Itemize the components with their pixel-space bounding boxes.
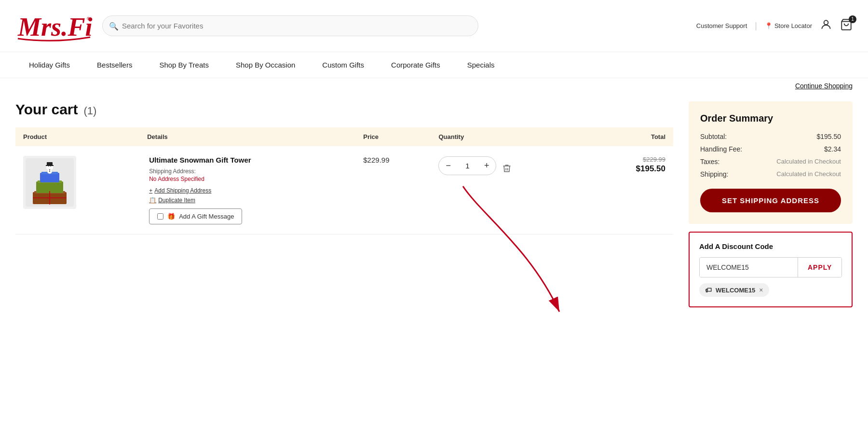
discount-title: Add A Discount Code [699, 242, 842, 250]
taxes-row: Taxes: Calculated in Checkout [700, 158, 841, 166]
quantity-control: − 1 + [438, 156, 496, 175]
location-icon: 📍 [765, 22, 773, 29]
taxes-value: Calculated in Checkout [776, 158, 841, 166]
plus-icon: + [149, 187, 152, 194]
set-shipping-address-button[interactable]: SET SHIPPING ADDRESS [700, 189, 841, 212]
search-bar[interactable]: 🔍 [102, 15, 478, 36]
original-price: $229.99 [599, 156, 665, 163]
main-content: Your cart (1) Product Details Price Quan… [0, 90, 868, 319]
applied-code-tag: 🏷 WELCOME15 × [699, 283, 769, 297]
item-price: $229.99 [363, 156, 389, 164]
svg-point-2 [824, 20, 828, 25]
quantity-increase-button[interactable]: + [477, 157, 496, 175]
cart-count: (1) [83, 105, 96, 117]
handling-value: $2.34 [824, 145, 841, 153]
svg-point-16 [50, 166, 51, 166]
handling-label: Handling Fee: [700, 145, 742, 153]
store-locator-link[interactable]: 📍 Store Locator [765, 22, 812, 29]
svg-text:®: ® [87, 16, 90, 21]
svg-point-17 [49, 169, 50, 170]
header-divider: | [755, 21, 757, 31]
summary-box: Order Summary Subtotal: $195.50 Handling… [689, 101, 853, 224]
col-quantity: Quantity [431, 127, 591, 146]
user-account-icon[interactable] [820, 18, 832, 34]
nav-item-holiday-gifts[interactable]: Holiday Gifts [15, 52, 83, 78]
order-summary: Order Summary Subtotal: $195.50 Handling… [689, 101, 853, 307]
col-product: Product [15, 127, 139, 146]
handling-row: Handling Fee: $2.34 [700, 145, 841, 153]
subtotal-value: $195.50 [816, 133, 841, 140]
quantity-decrease-button[interactable]: − [439, 157, 458, 175]
shipping-row: Shipping: Calculated in Checkout [700, 170, 841, 178]
nav-item-custom-gifts[interactable]: Custom Gifts [309, 52, 378, 78]
cart-icon[interactable]: 1 [840, 18, 853, 34]
quantity-cell: − 1 + [431, 146, 591, 235]
quantity-value: 1 [458, 162, 477, 170]
total-cell: $229.99 $195.50 [592, 146, 673, 235]
cart-title: Your cart [15, 101, 78, 117]
remove-discount-button[interactable]: × [759, 286, 763, 294]
subtotal-row: Subtotal: $195.50 [700, 133, 841, 140]
duplicate-icon: 📋 [149, 197, 156, 204]
shipping-label: Shipping Address: [149, 168, 348, 175]
product-image [23, 156, 76, 209]
nav-item-specials[interactable]: Specials [454, 52, 508, 78]
product-details-cell: Ultimate Snowman Gift Tower Shipping Add… [139, 146, 355, 235]
delete-item-button[interactable] [502, 156, 512, 176]
customer-support-link[interactable]: Customer Support [696, 22, 747, 29]
nav-item-shop-by-treats[interactable]: Shop By Treats [146, 52, 222, 78]
search-icon: 🔍 [109, 21, 119, 30]
nav-item-corporate-gifts[interactable]: Corporate Gifts [378, 52, 454, 78]
order-summary-title: Order Summary [700, 113, 841, 124]
nav-item-bestsellers[interactable]: Bestsellers [83, 52, 146, 78]
svg-rect-13 [47, 162, 53, 166]
main-nav: Holiday Gifts Bestsellers Shop By Treats… [0, 52, 868, 78]
col-total: Total [592, 127, 673, 146]
shipping-value: Calculated in Checkout [776, 170, 841, 178]
svg-text:Mrs.Fields: Mrs.Fields [17, 13, 93, 41]
gift-message-checkbox[interactable] [157, 213, 163, 220]
nav-item-shop-by-occasion[interactable]: Shop By Occasion [222, 52, 309, 78]
shipping-label: Shipping: [700, 170, 728, 178]
applied-code-text: WELCOME15 [716, 287, 755, 294]
product-name: Ultimate Snowman Gift Tower [149, 156, 348, 164]
gift-icon: 🎁 [167, 213, 175, 220]
taxes-label: Taxes: [700, 158, 719, 166]
col-price: Price [355, 127, 431, 146]
cart-badge: 1 [849, 15, 856, 23]
add-gift-message-button[interactable]: 🎁 Add A Gift Message [149, 208, 242, 224]
discount-input-row: APPLY [699, 257, 842, 277]
duplicate-item-button[interactable]: 📋 Duplicate Item [149, 197, 195, 204]
svg-point-18 [49, 171, 50, 172]
tag-icon: 🏷 [705, 286, 712, 294]
logo[interactable]: Mrs.Fields ® [15, 6, 93, 46]
subtotal-label: Subtotal: [700, 133, 727, 140]
cart-section: Your cart (1) Product Details Price Quan… [15, 101, 673, 235]
price-cell: $229.99 [355, 146, 431, 235]
cart-item-row: Ultimate Snowman Gift Tower Shipping Add… [15, 146, 673, 235]
discount-code-input[interactable] [700, 258, 798, 277]
search-input[interactable] [102, 15, 478, 36]
add-shipping-address-button[interactable]: + Add Shipping Address [149, 187, 211, 194]
current-price: $195.50 [599, 164, 665, 174]
svg-rect-14 [46, 165, 54, 166]
apply-discount-button[interactable]: APPLY [798, 258, 841, 277]
discount-box: Add A Discount Code APPLY 🏷 WELCOME15 × [689, 232, 853, 307]
col-details: Details [139, 127, 355, 146]
no-address-text: No Address Specified [149, 176, 348, 182]
svg-point-15 [48, 166, 49, 166]
continue-shopping-link[interactable]: Continue Shopping [795, 82, 853, 90]
product-image-cell [15, 146, 139, 235]
cart-table: Product Details Price Quantity Total [15, 127, 673, 235]
